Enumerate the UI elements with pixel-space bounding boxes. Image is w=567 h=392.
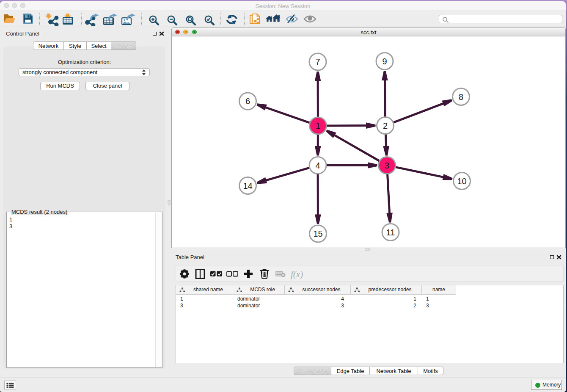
svg-text:7: 7	[315, 57, 320, 66]
svg-text:3: 3	[385, 161, 389, 170]
svg-text:6: 6	[245, 97, 250, 106]
svg-text:15: 15	[313, 229, 322, 238]
svg-text:9: 9	[382, 57, 387, 66]
svg-text:11: 11	[386, 228, 395, 237]
svg-text:1: 1	[316, 121, 320, 130]
svg-text:10: 10	[457, 177, 466, 186]
svg-text:2: 2	[383, 121, 388, 130]
svg-text:8: 8	[459, 92, 463, 102]
svg-text:4: 4	[315, 161, 320, 170]
svg-text:14: 14	[243, 181, 252, 190]
